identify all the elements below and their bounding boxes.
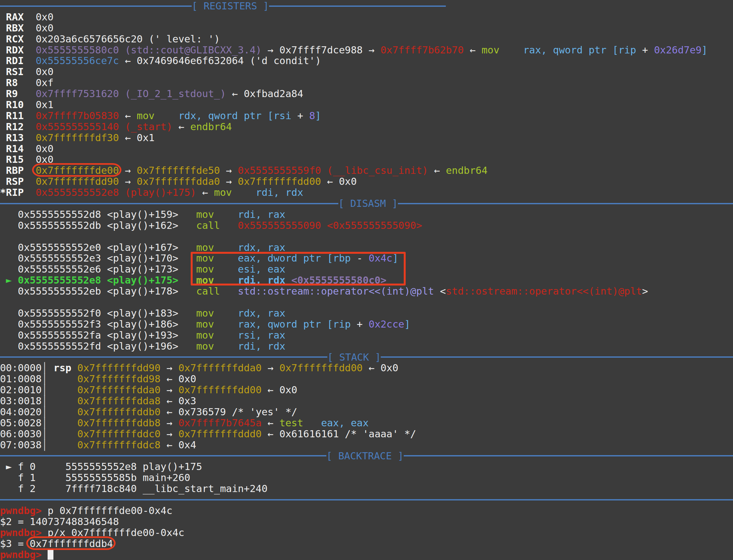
- text-token: [214, 308, 238, 319]
- separator-line: [381, 356, 733, 358]
- text-token: R9: [0, 88, 18, 99]
- disasm-line: 0x5555555552fa <play()+193> mov rsi, rax: [0, 330, 733, 341]
- separator-backtrace: [ BACKTRACE ]: [0, 451, 733, 462]
- section-title: [ REGISTERS ]: [192, 1, 269, 12]
- text-token: $2 = 140737488346548: [0, 516, 119, 527]
- text-token: [285, 274, 291, 286]
- text-token: 0x0: [24, 11, 53, 23]
- separator-line: [0, 356, 327, 358]
- text-token: rax, qword ptr [rip: [523, 44, 642, 56]
- text-token: [220, 220, 238, 231]
- text-token: [214, 319, 238, 330]
- section-title: [ STACK ]: [327, 352, 381, 363]
- register-row-rdi: RDI 0x55555556ce7c ← 0x7469646e6f632064 …: [0, 55, 733, 66]
- stack-line: 06:0030│ 0x7fffffffddc0 → 0x7fffffffddd0…: [0, 429, 733, 440]
- text-token: R13: [0, 132, 24, 143]
- text-token: 0x7fffffffdda8: [77, 395, 161, 407]
- text-token: 0x7fffffffdda0: [137, 176, 220, 187]
- text-token: mov: [196, 263, 214, 275]
- separator-line: [398, 203, 733, 204]
- text-token: ← 0xfbad2a84: [226, 88, 303, 99]
- text-token: 0x7ffff7b7645a: [178, 417, 262, 429]
- text-token: [71, 362, 77, 374]
- separator-line: [0, 499, 733, 500]
- register-row-rsi: RSI 0x0: [0, 66, 733, 77]
- text-token: 0x7fffffffdd90: [77, 362, 161, 374]
- text-token: 0x0: [24, 143, 53, 154]
- text-token: f 1 55555555585b main+260: [0, 472, 190, 483]
- text-token: ← 0x0: [363, 362, 398, 374]
- text-token: 0x5555555552db <play()+162>: [0, 220, 196, 231]
- text-token: pwndbg>: [0, 549, 48, 560]
- text-token: │: [42, 406, 48, 418]
- disasm-line: 0x5555555552f3 <play()+186> mov rax, qwo…: [0, 319, 733, 330]
- text-token: [214, 330, 238, 341]
- text-token: 0x7ffff7b05830: [36, 110, 119, 121]
- section-separator: [ BACKTRACE ]: [0, 451, 733, 462]
- text-token: →: [161, 384, 178, 396]
- text-token: [303, 417, 321, 429]
- text-token: 0x5555555552fa <play()+193>: [0, 330, 196, 341]
- separator-plain: [0, 494, 733, 505]
- text-token: [214, 209, 238, 220]
- text-token: 0x1: [24, 99, 53, 110]
- pwndbg-terminal[interactable]: [ REGISTERS ] RAX 0x0 RBX 0x0 RCX 0x203a…: [0, 0, 733, 560]
- text-token: [18, 88, 36, 99]
- terminal-cursor: [48, 550, 53, 560]
- separator-line: [0, 203, 338, 204]
- separator-line: [0, 455, 326, 456]
- text-token: ← 0x4: [161, 439, 196, 451]
- text-token: R12: [0, 121, 24, 132]
- text-token: [232, 187, 255, 198]
- text-token: →: [220, 176, 238, 187]
- text-token: $3 =: [0, 538, 30, 549]
- text-token: mov: [196, 209, 214, 220]
- text-token: R8: [0, 77, 18, 88]
- text-token: ← 0x61616161 /* 'aaaa' */: [262, 428, 416, 440]
- text-token: 0x7ffff7b62b70: [380, 44, 464, 56]
- text-token: │: [42, 373, 48, 385]
- text-token: [500, 44, 523, 56]
- text-token: mov: [196, 308, 214, 319]
- text-token: 0x5555555552f0 <play()+183>: [0, 308, 196, 319]
- text-token: [48, 395, 77, 407]
- text-token: [24, 132, 36, 143]
- text-token: 0x7fffffffdd98: [77, 373, 161, 385]
- text-token: 0x7ffff7dce988: [279, 44, 363, 56]
- text-token: 0x0: [24, 66, 53, 77]
- text-token: ← 0x736579 /* 'yes' */: [161, 406, 297, 418]
- register-row-r15: R15 0x0: [0, 154, 733, 165]
- text-token: 06:0030: [0, 428, 42, 440]
- text-token: <0x5555555580c0>: [291, 274, 387, 286]
- text-token: mov: [481, 44, 499, 56]
- text-token: rdi, rdx: [256, 187, 303, 198]
- register-row-rcx: RCX 0x203a6c6576656c20 (' level: '): [0, 34, 733, 45]
- text-token: rdi, rdx: [238, 274, 286, 286]
- text-token: endbr64: [190, 121, 232, 132]
- text-token: [48, 384, 77, 396]
- text-token: 0x5555555552d8 <play()+159>: [0, 209, 196, 220]
- text-token: endbr64: [446, 165, 488, 176]
- terminal-output-line: $3 = 0x7fffffffddb4: [0, 538, 733, 549]
- text-token: R11: [0, 110, 24, 121]
- text-token: [24, 110, 36, 121]
- terminal-output-line: $2 = 140737488346548: [0, 516, 733, 527]
- blank-line: [0, 297, 733, 308]
- text-token: [48, 406, 77, 418]
- text-token: │: [42, 362, 48, 374]
- text-token: ← 0x7469646e6f632064 ('d condit'): [119, 55, 321, 66]
- text-token: +: [642, 44, 654, 56]
- text-token: call: [196, 286, 220, 297]
- text-token: rdx, rax: [238, 308, 286, 319]
- register-row-r9: R9 0x7ffff7531620 (_IO_2_1_stdout_) ← 0x…: [0, 88, 733, 99]
- text-token: ←: [173, 121, 190, 132]
- text-token: 0x7fffffffde50: [137, 165, 220, 176]
- text-token: 0x4c: [369, 252, 392, 264]
- text-token: →: [220, 165, 238, 176]
- text-token: mov: [196, 319, 214, 330]
- blank-line: [0, 231, 733, 242]
- text-token: │: [42, 439, 48, 451]
- register-row-r8: R8 0xf: [0, 77, 733, 88]
- text-token: 0x555555555140 (_start): [36, 121, 172, 132]
- text-token: ←: [464, 44, 481, 56]
